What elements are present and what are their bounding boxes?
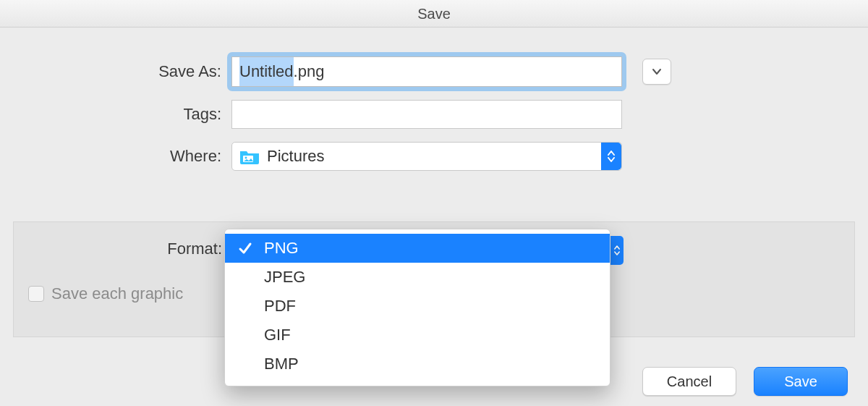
format-option-label: GIF	[264, 326, 291, 344]
label-where: Where:	[0, 147, 231, 166]
where-stepper[interactable]	[601, 143, 621, 170]
format-option-gif[interactable]: GIF	[225, 321, 610, 350]
label-tags: Tags:	[0, 105, 231, 124]
where-folder-name: Pictures	[267, 147, 324, 166]
cancel-button-label: Cancel	[667, 373, 712, 390]
window-title: Save	[417, 6, 451, 22]
chevron-up-icon	[614, 245, 620, 250]
format-option-label: JPEG	[264, 268, 305, 287]
filename-selected-text: Untitled	[239, 57, 294, 86]
label-save-as: Save As:	[0, 62, 231, 81]
filename-input[interactable]: Untitled.png	[231, 56, 622, 87]
chevron-up-icon	[608, 151, 615, 156]
format-stepper[interactable]	[610, 236, 624, 265]
expand-dialog-button[interactable]	[642, 59, 671, 85]
row-save-as: Save As: Untitled.png	[0, 56, 868, 87]
where-select[interactable]: Pictures	[231, 142, 622, 171]
save-button[interactable]: Save	[754, 367, 848, 396]
dialog-actions: Cancel Save	[642, 367, 848, 396]
filename-rest-text: .png	[294, 57, 325, 86]
save-dialog-form: Save As: Untitled.png Tags: Where:	[0, 28, 868, 171]
save-each-graphic-checkbox[interactable]	[28, 286, 44, 302]
tags-input[interactable]	[231, 100, 622, 129]
save-button-label: Save	[784, 373, 817, 390]
window-titlebar: Save	[0, 0, 868, 28]
row-tags: Tags:	[0, 100, 868, 129]
filename-input-inner[interactable]: Untitled.png	[231, 56, 622, 87]
svg-point-1	[245, 157, 247, 159]
format-option-jpeg[interactable]: JPEG	[225, 263, 610, 292]
label-format: Format:	[14, 240, 232, 258]
format-option-label: BMP	[264, 355, 299, 373]
chevron-down-icon	[614, 251, 620, 255]
row-where: Where: Pictures	[0, 142, 868, 171]
chevron-down-icon	[608, 157, 615, 162]
chevron-down-icon	[652, 67, 662, 77]
format-option-pdf[interactable]: PDF	[225, 292, 610, 321]
format-option-bmp[interactable]: BMP	[225, 350, 610, 378]
save-each-graphic-row: Save each graphic	[28, 284, 183, 303]
format-option-label: PDF	[264, 297, 296, 316]
save-each-graphic-label: Save each graphic	[51, 284, 183, 303]
checkmark-icon	[238, 241, 252, 255]
format-dropdown-menu: PNG JPEG PDF GIF BMP	[224, 229, 610, 386]
cancel-button[interactable]: Cancel	[642, 367, 736, 396]
format-option-label: PNG	[264, 239, 299, 258]
format-option-png[interactable]: PNG	[225, 234, 610, 263]
pictures-folder-icon	[239, 148, 260, 164]
